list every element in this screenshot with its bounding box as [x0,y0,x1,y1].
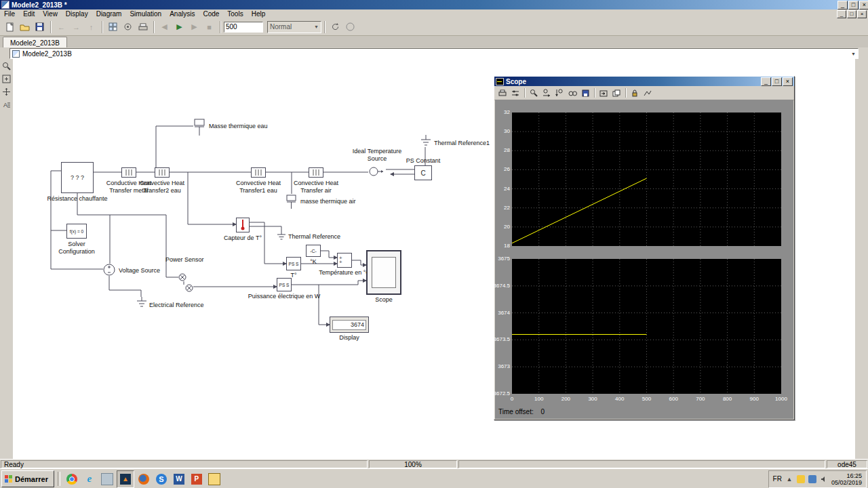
scope-restore-axes-button[interactable] [597,87,610,98]
open-model-button[interactable] [18,20,32,34]
scope-minimize-button[interactable]: _ [761,77,771,86]
block-masse-thermique-eau[interactable] [193,118,206,138]
block-capteur-de-t[interactable] [236,218,250,232]
start-button[interactable]: Démarrer [1,470,54,487]
quicklaunch-powerpoint[interactable]: P [189,471,205,487]
speaker-icon [821,476,827,483]
mdi-restore-button[interactable]: □ [847,10,856,18]
simulation-mode-select[interactable]: Normal ▼ [267,21,321,33]
mdi-close-button[interactable]: × [857,10,867,18]
quicklaunch-firefox[interactable] [136,471,152,487]
menu-display[interactable]: Display [62,9,92,18]
block-ps-constant[interactable]: C [414,165,432,180]
block-thermal-reference1[interactable] [420,135,431,148]
quicklaunch-chrome[interactable] [64,471,80,487]
quicklaunch-show-desktop[interactable] [99,471,115,487]
scope-titlebar[interactable]: Scope _ □ × [494,77,794,86]
tray-clock[interactable]: 16:25 05/02/2019 [831,472,862,486]
block-ps-simulink-temp[interactable]: PS S [286,257,301,270]
scope-maximize-button[interactable]: □ [772,77,782,86]
menu-help[interactable]: Help [248,9,270,18]
block-resistance-chauffante[interactable]: ? ? ? [61,162,94,193]
menu-tools[interactable]: Tools [223,9,247,18]
zoom-button[interactable] [1,60,12,72]
library-browser-button[interactable] [106,20,120,34]
menu-edit[interactable]: Edit [19,9,39,18]
scope-zoom-x-button[interactable] [540,87,553,98]
tray-expand-icon[interactable]: ▲ [785,475,793,483]
scope-autoscale-button[interactable] [566,87,578,98]
block-power-sensor-1[interactable] [178,273,186,283]
window-minimize-button[interactable]: _ [837,1,848,9]
help-button[interactable] [343,20,357,34]
block-sum[interactable]: + + [337,253,352,268]
new-model-button[interactable] [3,20,17,34]
quicklaunch-internet-explorer[interactable]: e [81,471,98,487]
scope-title: Scope [506,78,760,85]
annotation-button[interactable]: A [1,99,12,110]
tray-language[interactable]: FR [773,475,782,483]
back-button[interactable]: ← [54,20,68,34]
block-ideal-temperature-source[interactable] [368,165,386,180]
menu-simulation[interactable]: Simulation [125,9,165,18]
menu-code[interactable]: Code [199,9,223,18]
pan-button[interactable] [1,86,12,98]
tray-volume-icon[interactable] [820,475,828,483]
quicklaunch-matlab[interactable]: ▲ [117,470,134,488]
scope-save-axes-button[interactable] [579,87,591,98]
scope-zoom-button[interactable] [528,87,540,98]
scope-close-button[interactable]: × [783,77,793,86]
block-display[interactable]: 3674 [330,317,369,333]
step-back-button[interactable]: ◀ [157,20,172,34]
stop-button[interactable]: ■ [202,20,216,34]
up-to-parent-button[interactable]: ↑ [84,20,98,34]
block-masse-thermique-air[interactable] [285,194,298,211]
block-electrical-reference[interactable] [136,297,147,309]
menu-diagram[interactable]: Diagram [92,9,126,18]
block-constant-k[interactable]: -C- [306,245,321,257]
scope-floating-button[interactable] [610,87,623,98]
scope-print-button[interactable] [496,87,509,98]
scope-signal-selection-button[interactable] [642,87,654,98]
run-button[interactable]: ▶ [172,20,186,34]
open-folder-icon [20,22,30,31]
block-voltage-source[interactable] [103,264,115,277]
model-configuration-button[interactable] [121,20,135,34]
print-button[interactable] [136,20,150,34]
update-diagram-button[interactable] [328,20,342,34]
block-text: C [420,169,425,177]
block-convective-heat-transfer-air[interactable] [309,167,323,178]
window-restore-button[interactable]: □ [848,1,859,9]
quicklaunch-word[interactable]: W [171,471,187,487]
quicklaunch-messenger[interactable]: S [153,471,170,487]
block-thermal-reference[interactable] [277,231,288,242]
step-forward-button[interactable]: ▶ [187,20,201,34]
forward-button[interactable]: → [69,20,83,34]
window-close-button[interactable]: × [859,1,868,9]
scope-xtick-label: 800 [716,396,739,402]
scope-zoom-y-button[interactable] [553,87,566,98]
block-convective-heat-transfer2-eau[interactable] [155,167,170,178]
window-titlebar[interactable]: Modele2_2013B * _ □ × [0,0,868,9]
scope-lock-axes-button[interactable] [629,87,641,98]
stop-time-input[interactable] [224,22,263,33]
menu-view[interactable]: View [39,9,62,18]
tray-update-icon[interactable] [797,475,805,483]
block-convective-heat-transfer1-eau[interactable] [251,167,266,178]
save-model-button[interactable] [33,20,47,34]
block-conductive-heat-transfer-metal[interactable] [121,167,136,178]
quicklaunch-explorer[interactable] [206,471,222,487]
tab-modele2-2013b[interactable]: Modele2_2013B [3,37,67,48]
block-power-sensor-2[interactable] [185,284,193,293]
menu-analysis[interactable]: Analysis [165,9,199,18]
scope-parameters-button[interactable] [509,87,521,98]
breadcrumb-dropdown-icon[interactable]: ▼ [851,52,856,56]
block-solver-configuration[interactable]: f(x) = 0 [66,224,87,239]
tray-network-icon[interactable] [808,475,816,483]
breadcrumb[interactable]: Modele2_2013B ▼ [9,48,859,59]
mdi-minimize-button[interactable]: _ [837,10,846,18]
fit-to-view-button[interactable] [1,73,12,85]
block-ps-simulink-power[interactable]: PS S [277,278,292,291]
block-scope[interactable] [366,250,401,295]
menu-file[interactable]: File [0,9,19,18]
